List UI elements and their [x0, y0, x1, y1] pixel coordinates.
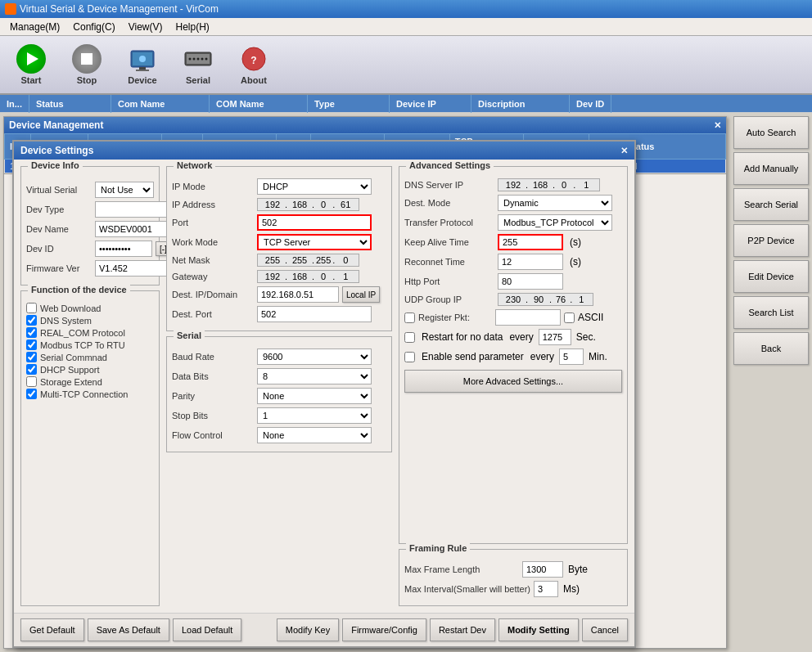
search-list-btn[interactable]: Search List — [733, 296, 809, 329]
restart-nodata-input[interactable] — [539, 329, 571, 345]
func-web-download-check[interactable] — [26, 303, 37, 313]
ip-octet2 — [288, 200, 311, 209]
flow-control-row: Flow Control None — [172, 427, 386, 443]
back-btn[interactable]: Back — [733, 332, 809, 365]
stop-bits-select[interactable]: 1 — [257, 407, 372, 424]
ascii-check[interactable] — [564, 313, 575, 323]
serial-button[interactable]: Serial — [174, 38, 223, 91]
func-realcom-check[interactable] — [26, 327, 37, 338]
flow-control-select[interactable]: None — [257, 427, 372, 443]
func-storage-check[interactable] — [26, 376, 37, 387]
dev-type-input[interactable] — [95, 201, 169, 218]
menu-help[interactable]: Help(H) — [169, 20, 216, 34]
menu-manage[interactable]: Manage(M) — [3, 20, 66, 34]
modify-key-btn[interactable]: Modify Key — [277, 618, 339, 641]
dev-name-label: Dev Name — [26, 224, 92, 234]
dest-mode-select[interactable]: Dynamic — [498, 195, 612, 211]
port-input[interactable] — [257, 214, 372, 231]
svg-point-10 — [201, 58, 204, 61]
local-ip-btn[interactable]: Local IP — [342, 286, 380, 303]
save-as-default-btn[interactable]: Save As Default — [88, 618, 169, 641]
ip-mode-select[interactable]: DHCP — [257, 178, 372, 195]
device-info-section: Device Info Virtual Serial Not Use Dev T… — [20, 166, 160, 286]
ip-octet4 — [336, 200, 355, 209]
transfer-protocol-select[interactable]: Modbus_TCP Protocol — [498, 214, 612, 231]
dns-octet2 — [529, 180, 552, 190]
dev-name-input[interactable] — [95, 221, 169, 237]
keep-alive-input[interactable] — [498, 234, 563, 250]
func-serial-cmd-label: Serial Commnad — [40, 353, 107, 362]
restart-nodata-check[interactable] — [404, 332, 415, 343]
function-section: Function of the device Web Download DNS … — [20, 290, 160, 606]
destip-label: Dest. IP/Domain — [172, 290, 254, 299]
dev-id-row: Dev ID [-] — [26, 241, 154, 257]
gateway-label: Gateway — [172, 272, 254, 281]
max-frame-input[interactable] — [522, 561, 563, 578]
start-button[interactable]: Start — [7, 38, 56, 91]
p2p-device-btn[interactable]: P2P Device — [733, 224, 809, 257]
more-advanced-btn[interactable]: More Advaced Settings... — [404, 370, 622, 393]
func-dns-check[interactable] — [26, 315, 37, 326]
modify-setting-btn[interactable]: Modify Setting — [498, 618, 579, 641]
destport-input[interactable] — [257, 306, 372, 322]
cancel-btn[interactable]: Cancel — [582, 618, 628, 641]
func-multitcp: Multi-TCP Connection — [26, 389, 154, 399]
register-pkt-check[interactable] — [404, 313, 415, 323]
restart-nodata-row: Restart for no data every Sec. — [404, 329, 622, 345]
baud-rate-select[interactable]: 9600 — [257, 348, 372, 365]
func-dns: DNS System — [26, 315, 154, 326]
device-button[interactable]: Device — [118, 38, 167, 91]
http-port-input[interactable] — [498, 273, 563, 290]
auto-search-btn[interactable]: Auto Search — [733, 116, 809, 149]
destip-input[interactable] — [257, 286, 339, 303]
parity-select[interactable]: None — [257, 388, 372, 404]
edit-device-btn[interactable]: Edit Device — [733, 260, 809, 293]
destport-row: Dest. Port — [172, 306, 386, 322]
dev-id-input[interactable] — [95, 241, 152, 257]
func-modbus-check[interactable] — [26, 339, 37, 350]
main-col-index: In... — [0, 95, 29, 113]
keep-alive-row: Keep Alive Time (s) — [404, 234, 622, 250]
enable-send-check[interactable] — [404, 352, 415, 362]
func-dhcp-check[interactable] — [26, 364, 37, 375]
gw-octet4 — [336, 272, 355, 281]
virtual-serial-row: Virtual Serial Not Use — [26, 182, 154, 198]
svg-point-8 — [193, 58, 196, 61]
svg-point-7 — [189, 58, 192, 61]
get-default-btn[interactable]: Get Default — [20, 618, 84, 641]
func-modbus: Modbus TCP To RTU — [26, 339, 154, 350]
firmware-config-btn[interactable]: Firmware/Config — [342, 618, 426, 641]
dns-server-input: . . . — [498, 178, 600, 191]
register-pkt-input[interactable] — [495, 309, 561, 326]
restart-dev-btn[interactable]: Restart Dev — [430, 618, 495, 641]
device-label: Device — [128, 75, 156, 85]
search-serial-btn[interactable]: Search Serial — [733, 188, 809, 221]
stop-button[interactable]: Stop — [62, 38, 111, 91]
baud-rate-row: Baud Rate 9600 — [172, 348, 386, 365]
svg-point-2 — [139, 56, 146, 62]
gw-octet2 — [288, 272, 311, 281]
nm-octet4 — [336, 255, 355, 265]
enable-send-unit: Min. — [589, 351, 607, 362]
data-bits-select[interactable]: 8 — [257, 368, 372, 384]
framing-title: Framing Rule — [406, 543, 470, 553]
func-serial-cmd-check[interactable] — [26, 352, 37, 362]
work-mode-select[interactable]: TCP Server — [257, 234, 372, 250]
device-settings-close[interactable]: ✕ — [620, 146, 628, 156]
svg-point-11 — [205, 58, 208, 61]
reconnet-input[interactable] — [498, 254, 563, 270]
max-interval-unit: Ms) — [563, 583, 580, 595]
func-multitcp-check[interactable] — [26, 389, 37, 399]
device-mgmt-close[interactable]: ✕ — [714, 120, 721, 131]
max-interval-input[interactable] — [534, 581, 558, 597]
add-manually-btn[interactable]: Add Manually — [733, 152, 809, 185]
load-default-btn[interactable]: Load Default — [173, 618, 241, 641]
virtual-serial-select[interactable]: Not Use — [95, 182, 154, 198]
menu-view[interactable]: View(V) — [122, 20, 169, 34]
about-button[interactable]: ? About — [229, 38, 278, 91]
main-col-status: Status — [29, 95, 111, 113]
max-frame-row: Max Frame Length Byte — [404, 561, 622, 578]
gw-octet3 — [315, 272, 332, 281]
menu-config[interactable]: Config(C) — [66, 20, 121, 34]
enable-send-input[interactable] — [559, 348, 584, 365]
